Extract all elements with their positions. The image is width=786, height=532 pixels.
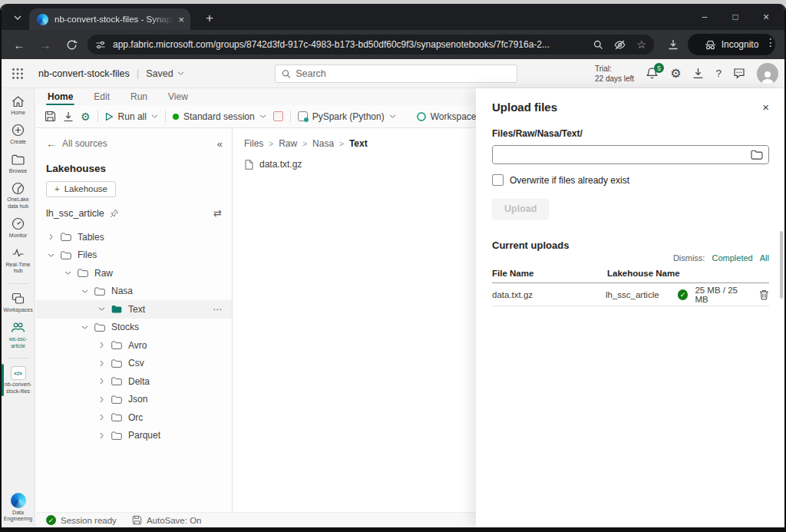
global-search-box[interactable] xyxy=(275,64,517,83)
tab-home[interactable]: Home xyxy=(48,91,73,102)
language-selector[interactable]: PySpark (Python) xyxy=(298,111,396,122)
settings-button[interactable]: ⚙ xyxy=(670,68,681,80)
breadcrumb-raw[interactable]: Raw xyxy=(279,138,297,149)
autosave-status[interactable]: AutoSave: On xyxy=(132,515,202,525)
eye-hidden-icon[interactable] xyxy=(614,40,626,50)
breadcrumb-files[interactable]: Files xyxy=(244,138,263,149)
tree-item-tables[interactable]: Tables xyxy=(36,228,232,246)
url-text[interactable]: app.fabric.microsoft.com/groups/8742d3fd… xyxy=(113,39,583,50)
account-avatar[interactable] xyxy=(757,63,778,84)
stop-session-button[interactable] xyxy=(273,111,283,121)
session-status-menu[interactable]: Standard session xyxy=(173,111,266,122)
tree-item-files[interactable]: Files xyxy=(36,246,232,265)
sidebar-item-create[interactable]: Create xyxy=(2,124,35,146)
sidebar-item-onelake-data-hub[interactable]: OneLake data hub xyxy=(2,181,35,210)
file-picker-field[interactable] xyxy=(492,145,769,164)
tree-item-avro[interactable]: Avro xyxy=(36,336,232,355)
save-notebook-button[interactable] xyxy=(45,111,56,122)
feedback-button[interactable] xyxy=(733,68,745,79)
back-button[interactable]: ← xyxy=(11,36,28,53)
lakehouse-row[interactable]: lh_ssc_article ⇄ xyxy=(46,207,222,219)
sidebar-item-monitor[interactable]: Monitor xyxy=(2,217,35,240)
bookmark-star-icon[interactable]: ☆ xyxy=(636,38,646,51)
file-picker-input[interactable] xyxy=(493,146,768,164)
all-sources-link[interactable]: All sources xyxy=(62,138,217,149)
sidebar-item-real-time-hub[interactable]: Real-Time hub xyxy=(2,246,35,276)
help-button[interactable]: ? xyxy=(715,68,722,79)
tree-item-parquet[interactable]: Parquet xyxy=(36,427,232,445)
search-input[interactable] xyxy=(296,68,510,79)
chevron-right-icon[interactable] xyxy=(98,432,105,439)
tab-search-button[interactable] xyxy=(9,9,26,26)
close-window-button[interactable]: × xyxy=(751,4,781,30)
switch-lakehouse-icon[interactable]: ⇄ xyxy=(213,207,222,219)
panel-close-icon[interactable]: × xyxy=(762,101,769,114)
chevron-right-icon[interactable] xyxy=(98,414,105,421)
breadcrumb-nasa[interactable]: Nasa xyxy=(312,138,334,149)
tab-view[interactable]: View xyxy=(168,91,188,102)
chevron-down-icon[interactable] xyxy=(81,289,88,293)
breadcrumb-text[interactable]: Text xyxy=(349,138,368,149)
new-tab-button[interactable]: + xyxy=(200,8,220,28)
tab-edit[interactable]: Edit xyxy=(94,91,110,102)
downloads-button[interactable] xyxy=(665,36,682,53)
chevron-right-icon[interactable] xyxy=(98,396,105,403)
tab-close-icon[interactable]: × xyxy=(178,15,184,25)
minimize-button[interactable]: – xyxy=(689,4,720,30)
delete-upload-icon[interactable] xyxy=(759,289,769,300)
chevron-right-icon[interactable] xyxy=(98,342,105,349)
zoom-icon[interactable] xyxy=(593,40,603,50)
collapse-pane-button[interactable]: « xyxy=(217,138,223,150)
download-app-button[interactable] xyxy=(692,68,704,79)
panel-scrollbar[interactable] xyxy=(780,231,783,299)
chevron-down-icon[interactable] xyxy=(48,253,54,257)
site-settings-icon[interactable] xyxy=(95,40,106,50)
sidebar-item-browse[interactable]: Browse xyxy=(2,153,35,175)
sidebar-item-workspaces[interactable]: Workspaces xyxy=(2,292,35,314)
export-button[interactable] xyxy=(63,111,74,122)
tree-item-orc[interactable]: Orc xyxy=(36,408,232,427)
browser-tab[interactable]: nb-convert-stock-files - Synaps × xyxy=(29,8,190,30)
tree-item-text-selected[interactable]: Text ⋯ xyxy=(36,300,232,319)
browse-folder-icon xyxy=(12,153,25,167)
overwrite-checkbox[interactable] xyxy=(492,174,504,186)
browse-files-button[interactable] xyxy=(751,150,763,160)
chevron-down-icon[interactable] xyxy=(98,307,105,311)
sidebar-item-home[interactable]: Home xyxy=(2,94,35,117)
maximize-button[interactable]: □ xyxy=(720,4,751,30)
sidebar-item-ws-ssc-article[interactable]: ws-ssc-article xyxy=(2,321,35,350)
address-bar[interactable]: app.fabric.microsoft.com/groups/8742d3fd… xyxy=(88,35,654,55)
sidebar-item-nb-convert-stock-files[interactable]: </> nb-convert-stock-files xyxy=(2,366,35,395)
forward-button[interactable]: → xyxy=(37,36,54,53)
save-status-menu[interactable]: Saved xyxy=(146,68,183,79)
run-all-button[interactable]: Run all xyxy=(105,111,158,122)
tree-item-raw[interactable]: Raw xyxy=(36,264,232,283)
browser-menu-button[interactable]: ⋮ xyxy=(763,36,778,53)
upload-button[interactable]: Upload xyxy=(492,199,549,220)
pin-icon[interactable] xyxy=(110,209,119,218)
notebook-title[interactable]: nb-convert-stock-files xyxy=(38,68,130,79)
session-settings-button[interactable]: ⚙ xyxy=(81,111,91,123)
tree-item-stocks[interactable]: Stocks xyxy=(36,319,232,337)
chevron-right-icon[interactable] xyxy=(48,233,54,240)
trial-status[interactable]: Trial: 22 days left xyxy=(595,64,634,84)
notifications-button[interactable]: 5 xyxy=(646,67,659,80)
back-button[interactable]: ← xyxy=(46,137,57,150)
chevron-down-icon[interactable] xyxy=(64,271,71,275)
chevron-right-icon[interactable] xyxy=(98,378,105,385)
dismiss-completed-link[interactable]: Completed xyxy=(712,253,753,263)
tree-item-json[interactable]: Json xyxy=(36,391,232,409)
tree-item-nasa[interactable]: Nasa xyxy=(36,283,232,301)
sidebar-item-data-engineering[interactable]: Data Engineering xyxy=(2,493,35,524)
reload-button[interactable] xyxy=(63,36,80,53)
app-launcher-button[interactable] xyxy=(12,68,24,80)
overwrite-option[interactable]: Overwrite if files already exist xyxy=(492,174,769,186)
chevron-down-icon[interactable] xyxy=(81,325,88,329)
tree-item-csv[interactable]: Csv xyxy=(36,355,232,373)
add-lakehouse-button[interactable]: + Lakehouse xyxy=(46,181,116,197)
more-options-icon[interactable]: ⋯ xyxy=(213,304,223,315)
dismiss-all-link[interactable]: All xyxy=(760,253,769,263)
tree-item-delta[interactable]: Delta xyxy=(36,372,232,391)
tab-run[interactable]: Run xyxy=(130,91,147,102)
chevron-right-icon[interactable] xyxy=(98,360,105,367)
